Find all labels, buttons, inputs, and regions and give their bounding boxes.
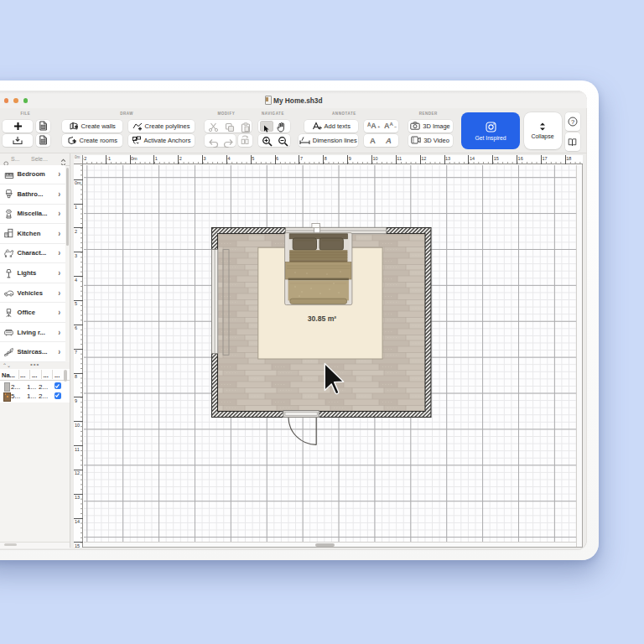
svg-text:30.85 m²: 30.85 m² (308, 314, 337, 323)
svg-text:?: ? (570, 118, 574, 126)
